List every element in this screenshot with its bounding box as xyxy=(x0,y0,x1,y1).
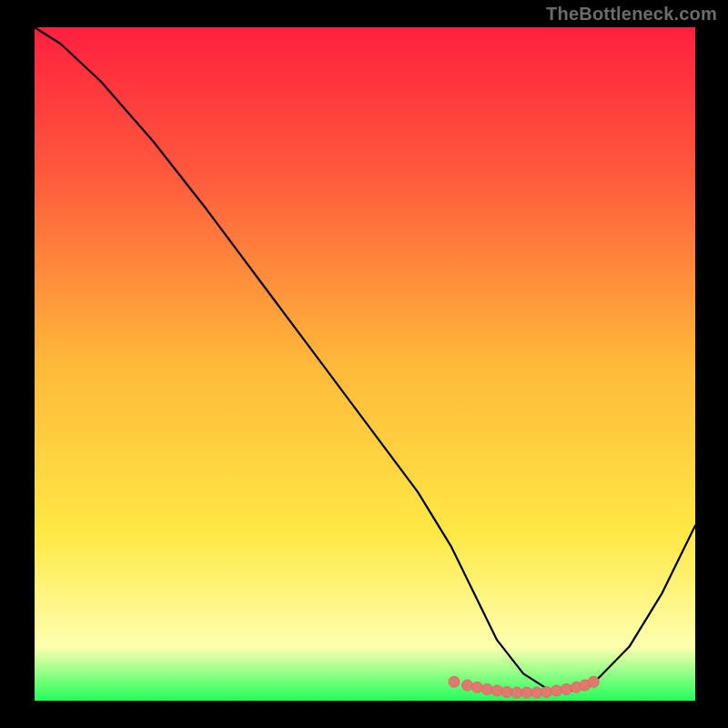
basin-marker xyxy=(511,687,522,698)
basin-marker xyxy=(588,676,599,687)
basin-marker xyxy=(481,683,492,694)
basin-marker xyxy=(501,686,512,697)
basin-marker xyxy=(521,687,532,698)
basin-marker xyxy=(491,685,502,696)
plot-background xyxy=(35,27,695,701)
basin-marker xyxy=(449,676,460,687)
basin-marker xyxy=(541,686,552,697)
basin-marker xyxy=(462,680,473,691)
chart-stage: TheBottleneck.com xyxy=(0,0,728,728)
basin-marker xyxy=(471,682,482,693)
basin-marker xyxy=(561,683,571,694)
bottleneck-chart xyxy=(0,0,728,728)
basin-marker xyxy=(551,685,562,696)
basin-marker xyxy=(531,687,542,698)
